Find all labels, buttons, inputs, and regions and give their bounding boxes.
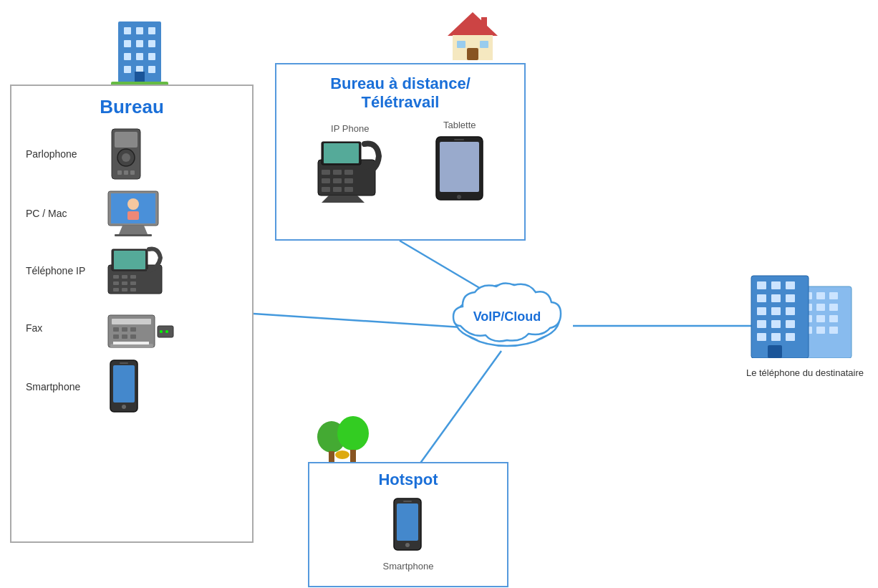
svg-rect-49 — [122, 327, 127, 332]
parlophone-icon — [105, 125, 148, 183]
svg-rect-39 — [122, 281, 127, 285]
svg-rect-7 — [148, 27, 155, 34]
svg-marker-30 — [119, 226, 148, 234]
house-icon — [444, 9, 501, 65]
svg-rect-83 — [454, 139, 464, 140]
svg-rect-50 — [130, 327, 136, 332]
svg-rect-73 — [322, 178, 330, 183]
svg-point-82 — [457, 195, 461, 199]
svg-rect-34 — [114, 251, 145, 269]
svg-point-88 — [335, 450, 349, 459]
svg-rect-130 — [786, 333, 795, 341]
svg-rect-8 — [124, 40, 131, 47]
svg-line-2 — [408, 351, 501, 480]
pcmac-label: PC / Mac — [26, 208, 97, 219]
svg-point-56 — [165, 330, 168, 333]
voip-cloud: VoIP/Cloud — [443, 279, 571, 361]
svg-rect-118 — [786, 281, 795, 289]
ipphone-icon — [314, 138, 386, 203]
bureau-items-list: Parlophone PC / Mac — [11, 118, 252, 430]
svg-rect-69 — [324, 143, 359, 163]
svg-rect-131 — [768, 345, 782, 358]
svg-rect-40 — [130, 281, 136, 285]
svg-rect-119 — [757, 294, 766, 302]
svg-rect-117 — [771, 281, 781, 289]
svg-rect-108 — [829, 304, 838, 311]
fax-label: Fax — [26, 322, 97, 334]
svg-marker-61 — [448, 12, 498, 36]
svg-rect-77 — [333, 187, 342, 192]
bureau-building-icon — [111, 7, 168, 89]
telephone-ip-icon — [105, 244, 173, 297]
svg-rect-38 — [113, 281, 119, 285]
remote-title: Bureau à distance/Télétravail — [276, 64, 524, 112]
remote-item-tablet: Tablette — [433, 120, 486, 206]
svg-rect-66 — [480, 41, 488, 48]
bureau-item-pcmac: PC / Mac — [26, 190, 238, 236]
remote-item-ipphone: IP Phone — [314, 123, 386, 206]
svg-rect-60 — [120, 362, 128, 364]
svg-rect-37 — [130, 275, 136, 279]
hotspot-items-list: Smartphone — [309, 489, 507, 579]
svg-rect-12 — [136, 53, 143, 60]
tablet-icon — [433, 135, 486, 203]
svg-rect-90 — [397, 503, 418, 541]
svg-rect-10 — [148, 40, 155, 47]
svg-rect-111 — [829, 315, 838, 322]
fax-icon — [105, 304, 176, 351]
svg-point-28 — [127, 198, 139, 210]
svg-rect-53 — [130, 334, 136, 339]
svg-rect-75 — [344, 178, 353, 183]
svg-rect-128 — [757, 333, 766, 341]
svg-rect-74 — [333, 178, 342, 183]
svg-rect-92 — [403, 501, 412, 502]
smartphone-label: Smartphone — [26, 381, 97, 392]
svg-rect-48 — [113, 327, 119, 332]
svg-rect-72 — [344, 170, 353, 175]
svg-rect-76 — [322, 187, 330, 192]
svg-rect-5 — [124, 27, 131, 34]
smartphone-icon — [105, 358, 144, 415]
svg-point-22 — [122, 153, 130, 162]
svg-rect-43 — [130, 288, 136, 291]
svg-rect-113 — [816, 327, 825, 334]
hotspot-title: Hotspot — [309, 463, 507, 489]
remote-items-list: IP Phone — [276, 112, 524, 213]
svg-rect-116 — [757, 281, 766, 289]
svg-rect-51 — [113, 334, 119, 339]
svg-rect-104 — [816, 292, 825, 299]
svg-rect-81 — [440, 142, 479, 192]
svg-rect-41 — [113, 288, 119, 291]
svg-rect-36 — [122, 275, 127, 279]
bureau-item-fax: Fax — [26, 304, 238, 351]
svg-point-86 — [337, 416, 369, 450]
destination-label: Le téléphone du destinataire — [746, 367, 864, 380]
svg-rect-126 — [771, 320, 781, 328]
svg-rect-64 — [467, 48, 478, 60]
destination-area: Le téléphone du destinataire — [746, 265, 864, 380]
svg-rect-65 — [457, 41, 465, 48]
svg-rect-129 — [771, 333, 781, 341]
svg-rect-62 — [481, 17, 487, 29]
svg-rect-13 — [148, 53, 155, 60]
destination-building-icon — [748, 265, 862, 358]
bureau-item-parlophone: Parlophone — [26, 125, 238, 183]
svg-rect-6 — [136, 27, 143, 34]
svg-rect-125 — [757, 320, 766, 328]
svg-rect-31 — [115, 234, 152, 236]
svg-point-55 — [160, 330, 163, 333]
svg-rect-45 — [112, 319, 151, 324]
svg-rect-35 — [113, 275, 119, 279]
svg-text:VoIP/Cloud: VoIP/Cloud — [473, 309, 541, 324]
svg-rect-124 — [786, 307, 795, 315]
bureau-title: Bureau — [11, 86, 252, 118]
bureau-item-telephone-ip: Téléphone IP — [26, 244, 238, 297]
svg-rect-14 — [124, 66, 131, 73]
hotspot-item-smartphone: Smartphone — [383, 496, 434, 572]
svg-rect-78 — [344, 187, 353, 192]
svg-rect-52 — [122, 334, 127, 339]
parlophone-label: Parlophone — [26, 148, 97, 160]
svg-rect-23 — [117, 170, 122, 175]
svg-rect-29 — [127, 211, 139, 220]
svg-marker-79 — [322, 196, 365, 203]
